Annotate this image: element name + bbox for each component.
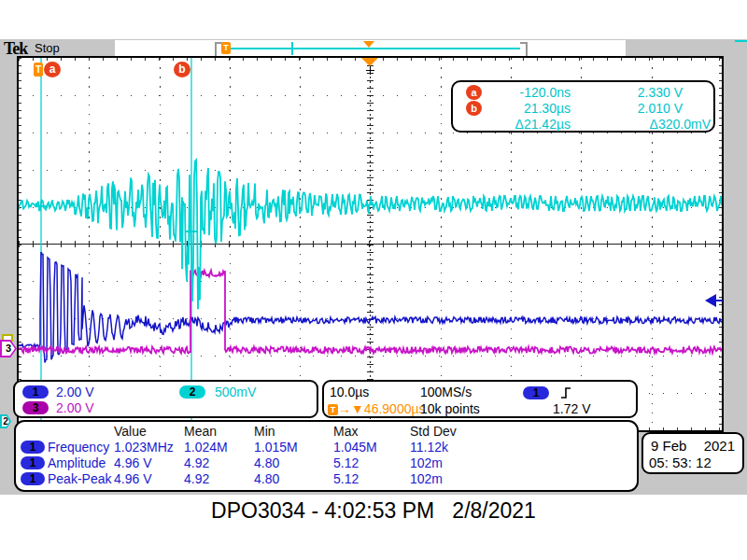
cursor-a-voltage: 2.330 V bbox=[572, 85, 683, 100]
measurement-name: Amplitude bbox=[48, 455, 106, 470]
measurement-max: 5.12 bbox=[333, 471, 359, 486]
measurement-mean: 4.92 bbox=[184, 455, 209, 470]
measurement-mean: 4.92 bbox=[184, 471, 209, 486]
trigger-delay-flag-icon: T bbox=[328, 404, 338, 415]
sample-rate: 100MS/s bbox=[420, 385, 472, 399]
cursor-b-time: 21.30µs bbox=[488, 101, 571, 116]
expansion-point-triangle-icon bbox=[361, 58, 378, 66]
acquisition-status: Stop bbox=[35, 41, 60, 55]
measurement-min: 1.015M bbox=[254, 440, 298, 455]
measurement-max: 1.045M bbox=[333, 440, 377, 455]
record-cursor-b-tick bbox=[291, 42, 293, 55]
measurement-value: 4.96 V bbox=[114, 455, 151, 470]
cursor-b-voltage: 2.010 V bbox=[572, 101, 683, 116]
cursor-a-marker: a bbox=[44, 62, 61, 77]
measurement-stddev: 11.12k bbox=[410, 440, 448, 455]
cursor-a-time: -120.0ns bbox=[488, 85, 571, 100]
horizontal-trigger-box: 10.0µs 100MS/s 1 T→▼46.9000µs 10k points… bbox=[322, 380, 638, 418]
trigger-level-arrow-tail bbox=[716, 300, 723, 301]
record-trigger-position-icon: T bbox=[221, 42, 231, 54]
channel2-badge: 2 bbox=[179, 385, 205, 399]
record-view-line bbox=[221, 48, 520, 49]
measurement-row-frequency: 1 Frequency 1.023MHz 1.024M 1.015M 1.045… bbox=[16, 440, 637, 455]
measurement-name: Peak-Peak bbox=[48, 471, 111, 486]
trace-ch1 bbox=[19, 252, 722, 363]
measurement-value: 1.023MHz bbox=[114, 440, 174, 455]
record-expansion-triangle-icon bbox=[363, 41, 374, 48]
measurement-value: 4.96 V bbox=[114, 471, 151, 486]
measurement-row-peak-peak: 1 Peak-Peak 4.96 V 4.92 4.80 5.12 102m bbox=[16, 471, 637, 487]
source-badge: 1 bbox=[21, 441, 45, 454]
cursor-delta-voltage: Δ320.0mV bbox=[572, 117, 711, 132]
measurement-row-amplitude: 1 Amplitude 4.96 V 4.92 4.80 5.12 102m bbox=[16, 455, 637, 471]
channel1-scale: 2.00 V bbox=[56, 385, 93, 399]
column-header-min: Min bbox=[254, 424, 275, 439]
scope-screen-capture: Tek Stop T T a b a -120.0ns 2.330 V bbox=[0, 39, 747, 495]
measurement-stddev: 102m bbox=[410, 455, 443, 470]
measurement-name: Frequency bbox=[48, 440, 109, 455]
column-header-stddev: Std Dev bbox=[410, 424, 457, 439]
trace-ch3 bbox=[19, 271, 722, 354]
measurement-table: Value Mean Min Max Std Dev 1 Frequency 1… bbox=[14, 420, 639, 492]
measurement-min: 4.80 bbox=[254, 471, 279, 486]
trigger-delay-readout: T→▼46.9000µs bbox=[328, 401, 426, 416]
time-text: 05: 53: 12 bbox=[649, 455, 712, 470]
channel3-scale: 2.00 V bbox=[56, 400, 93, 415]
datetime-box: 9 Feb 2021 05: 53: 12 bbox=[641, 432, 744, 474]
measurement-mean: 1.024M bbox=[184, 440, 228, 455]
column-header-max: Max bbox=[333, 424, 358, 439]
source-badge: 1 bbox=[21, 456, 45, 469]
channel3-badge: 3 bbox=[22, 401, 49, 414]
column-header-mean: Mean bbox=[184, 424, 217, 439]
cursor-delta-time: Δ21.42µs bbox=[488, 117, 571, 132]
channel2-ground-tag: 2 bbox=[0, 414, 11, 428]
record-length: 10k points bbox=[420, 401, 480, 416]
date-text: 9 Feb bbox=[651, 438, 686, 454]
screenshot-caption: DPO3034 - 4:02:53 PM 2/8/2021 bbox=[0, 498, 747, 524]
oscilloscope-screenshot-page: { "header": {"logo": "Tek", "status": "S… bbox=[0, 0, 747, 560]
cursor-a-badge: a bbox=[466, 85, 482, 100]
channel2-scale: 500mV bbox=[215, 385, 256, 399]
column-header-value: Value bbox=[114, 424, 147, 439]
trigger-level-arrow-icon bbox=[705, 294, 716, 307]
channel-scale-box: 1 2.00 V 2 500mV 3 2.00 V bbox=[13, 380, 318, 418]
measurement-stddev: 102m bbox=[410, 471, 443, 486]
cursor-readout-box: a -120.0ns 2.330 V b 21.30µs 2.010 V Δ21… bbox=[451, 80, 715, 133]
trace-ch2 bbox=[19, 160, 722, 309]
time-scale: 10.0µs bbox=[330, 385, 369, 399]
trigger-position-flag-icon: T bbox=[34, 63, 43, 77]
channel3-position-tag: 3 bbox=[0, 340, 17, 357]
trigger-source-badge: 1 bbox=[523, 386, 549, 399]
graticule: T a b a -120.0ns 2.330 V b 21.30µs 2.010… bbox=[17, 56, 724, 432]
measurement-max: 5.12 bbox=[333, 455, 359, 470]
year-text: 2021 bbox=[704, 438, 735, 454]
expansion-point-cross-icon bbox=[366, 66, 374, 75]
trigger-delay-value: 46.9000µs bbox=[364, 401, 426, 416]
source-badge: 1 bbox=[21, 472, 45, 485]
cursor-b-badge: b bbox=[466, 101, 482, 116]
trigger-level: 1.72 V bbox=[553, 401, 590, 416]
top-right-accent-line bbox=[735, 40, 747, 42]
cursor-b-marker: b bbox=[174, 62, 190, 77]
measurement-min: 4.80 bbox=[254, 455, 279, 470]
channel1-badge: 1 bbox=[22, 385, 49, 399]
